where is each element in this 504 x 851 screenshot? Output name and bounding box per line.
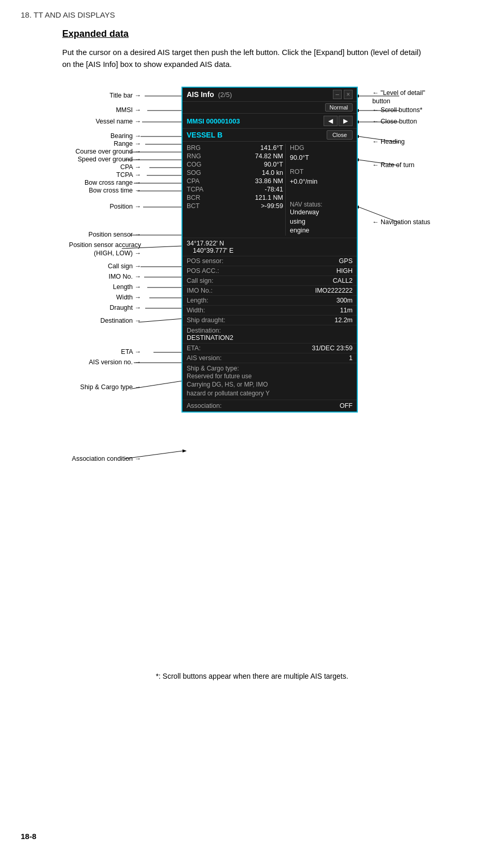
- ann-length: Length: [113, 283, 141, 291]
- cargo-line3: hazard or pollutant category Y: [187, 389, 353, 398]
- cpa-label: CPA: [187, 177, 210, 185]
- ann-title-bar: Title bar: [109, 92, 141, 99]
- ann-level-detail: "Level of detail"button: [372, 89, 425, 106]
- imo-value: IMO2222222: [315, 287, 353, 294]
- ais-panel: AIS Info (2/5) – × Normal MMSI 000001003…: [181, 87, 358, 413]
- ann-pos-acc: Position sensor accuracy(HIGH, LOW): [69, 241, 141, 258]
- width-label: Width:: [187, 307, 205, 314]
- ais-ver-label: AIS version:: [187, 354, 221, 362]
- ann-pos-sensor: Position sensor: [89, 231, 141, 238]
- level-detail-button[interactable]: Normal: [325, 103, 353, 112]
- ann-tcpa: TCPA: [116, 171, 141, 179]
- svg-line-38: [138, 319, 183, 322]
- vessel-name: VESSEL B: [187, 131, 222, 139]
- ann-eta: ETA: [121, 348, 141, 355]
- hdg-label: HDG: [290, 144, 304, 152]
- pos-acc-label: POS ACC.:: [187, 267, 219, 274]
- rng-label: RNG: [187, 153, 210, 160]
- ais-title: AIS Info: [187, 90, 214, 99]
- position-row: 34°17.922' N 140°39.777' E: [183, 238, 357, 256]
- tcpa-value: -78:41: [265, 186, 283, 193]
- pos-sensor-label: POS sensor:: [187, 257, 223, 265]
- pos-lat: 34°17.922' N: [187, 240, 353, 247]
- pos-sensor-value: GPS: [339, 257, 353, 265]
- mmsi-value: MMSI 000001003: [187, 117, 240, 125]
- length-value: 300m: [337, 297, 353, 304]
- nav-data-section: BRG 141.6°T RNG 74.82 NM COG 90.0°T SOG …: [183, 142, 357, 238]
- ais-ver-row: AIS version: 1: [183, 353, 357, 363]
- close-button[interactable]: Close: [327, 130, 353, 140]
- cargo-line1: Reserved for future use: [187, 372, 353, 381]
- eta-label: ETA:: [187, 345, 201, 352]
- footnote: *: Scroll buttons appear when there are …: [21, 672, 483, 680]
- dest-section: Destination: DESTINATION2: [183, 325, 357, 344]
- hdg-value: 90.0°T: [290, 154, 309, 161]
- ann-ais-ver: AIS version no.: [89, 359, 141, 366]
- ann-width: Width: [116, 294, 141, 301]
- ann-cpa: CPA: [120, 163, 141, 171]
- pos-lon: 140°39.777' E: [187, 247, 353, 254]
- rng-value: 74.82 NM: [255, 153, 283, 160]
- ann-range: Range: [114, 140, 141, 147]
- sog-label: SOG: [187, 169, 210, 176]
- ann-close-btn: Close button: [372, 118, 417, 125]
- ann-rot: Rate of turn: [372, 161, 414, 169]
- ann-sog: Speed over ground: [78, 156, 141, 163]
- scroll-left-button[interactable]: ◀: [324, 116, 338, 126]
- rot-label: ROT: [290, 168, 303, 175]
- rot-value: +0.0°/min: [290, 178, 317, 185]
- ann-cog: Course over ground: [76, 148, 141, 155]
- imo-label: IMO No.:: [187, 287, 213, 294]
- diagram-container: Title bar MMSI Vessel name Bearing Range…: [21, 83, 483, 664]
- ais-page-indicator: (2/5): [218, 91, 232, 99]
- brg-value: 141.6°T: [260, 144, 283, 152]
- length-row: Length: 300m: [183, 296, 357, 306]
- scroll-right-button[interactable]: ▶: [339, 116, 353, 126]
- vessel-row: VESSEL B Close: [183, 129, 357, 142]
- page-footer: 18-8: [21, 832, 36, 841]
- draught-label: Ship draught:: [187, 317, 225, 324]
- ann-imo: IMO No.: [108, 273, 141, 280]
- svg-marker-47: [183, 449, 187, 452]
- dest-label: Destination:: [187, 327, 353, 334]
- bcr-value: 121.1 NM: [255, 194, 283, 201]
- ais-titlebar: AIS Info (2/5) – ×: [183, 88, 357, 102]
- ann-dest: Destination: [100, 317, 141, 324]
- length-label: Length:: [187, 297, 208, 304]
- assoc-label: Association:: [187, 402, 221, 409]
- tcpa-label: TCPA: [187, 186, 210, 193]
- assoc-value: OFF: [340, 402, 353, 409]
- width-row: Width: 11m: [183, 306, 357, 315]
- mmsi-row: MMSI 000001003 ◀ ▶: [183, 114, 357, 129]
- nav-status-value: Underwayusingengine: [290, 208, 353, 236]
- pos-sensor-row: POS sensor: GPS: [183, 256, 357, 266]
- pos-acc-row: POS ACC.: HIGH: [183, 266, 357, 276]
- cargo-label: Ship & Cargo type:: [187, 365, 353, 372]
- scroll-buttons: ◀ ▶: [324, 116, 353, 126]
- cog-label: COG: [187, 161, 210, 168]
- imo-row: IMO No.: IMO2222222: [183, 286, 357, 296]
- width-value: 11m: [340, 307, 353, 314]
- ais-ver-value: 1: [349, 354, 353, 362]
- draught-row: Ship draught: 12.2m: [183, 315, 357, 325]
- ann-bearing: Bearing: [110, 132, 141, 140]
- sog-value: 14.0 kn: [262, 169, 283, 176]
- cargo-line2: Carrying DG, HS, or MP, IMO: [187, 380, 353, 389]
- cargo-section: Ship & Cargo type: Reserved for future u…: [183, 363, 357, 400]
- draught-value: 12.2m: [334, 317, 353, 324]
- ann-scroll-btns: Scroll buttons*: [372, 106, 423, 114]
- eta-value: 31/DEC 23:59: [312, 345, 353, 352]
- close-x-icon[interactable]: ×: [344, 90, 353, 99]
- call-sign-value: CALL2: [333, 277, 353, 284]
- eta-row: ETA: 31/DEC 23:59: [183, 344, 357, 353]
- cog-value: 90.0°T: [264, 161, 283, 168]
- nav-status-label: NAV status:: [290, 201, 353, 208]
- call-sign-label: Call sign:: [187, 277, 213, 284]
- minimize-icon[interactable]: –: [333, 90, 342, 99]
- ann-draught: Draught: [110, 304, 141, 311]
- ann-vessel-name: Vessel name: [95, 118, 141, 125]
- bct-value: >-99:59: [261, 202, 283, 210]
- ann-nav-status: Navigation status: [372, 218, 430, 226]
- cpa-value: 33.86 NM: [255, 177, 283, 185]
- assoc-row: Association: OFF: [183, 400, 357, 411]
